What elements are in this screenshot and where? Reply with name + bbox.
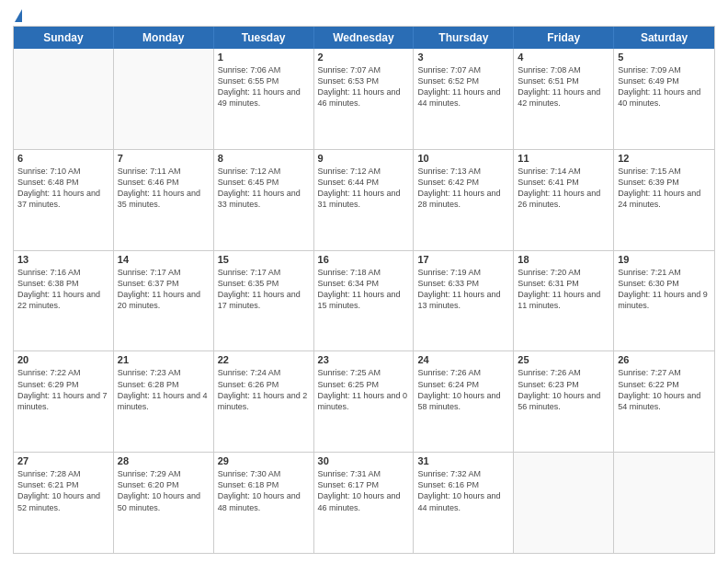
calendar-row: 27Sunrise: 7:28 AMSunset: 6:21 PMDayligh…: [14, 452, 714, 553]
day-number: 18: [518, 254, 609, 265]
day-number: 16: [318, 254, 410, 265]
calendar-cell: 21Sunrise: 7:23 AMSunset: 6:28 PMDayligh…: [114, 351, 214, 452]
cell-info: Sunrise: 7:26 AMSunset: 6:23 PMDaylight:…: [518, 367, 609, 412]
calendar: SundayMondayTuesdayWednesdayThursdayFrid…: [13, 26, 715, 554]
cell-info: Sunrise: 7:29 AMSunset: 6:20 PMDaylight:…: [118, 468, 210, 513]
calendar-row: 6Sunrise: 7:10 AMSunset: 6:48 PMDaylight…: [14, 149, 714, 250]
calendar-header-cell: Tuesday: [214, 27, 314, 49]
calendar-cell: 27Sunrise: 7:28 AMSunset: 6:21 PMDayligh…: [14, 453, 114, 553]
header: [13, 9, 715, 22]
calendar-header-cell: Thursday: [414, 27, 514, 49]
day-number: 30: [318, 455, 410, 466]
day-number: 9: [318, 153, 410, 164]
calendar-cell: [14, 49, 114, 149]
day-number: 22: [218, 354, 310, 365]
day-number: 31: [417, 455, 509, 466]
day-number: 15: [218, 254, 310, 265]
calendar-cell: 12Sunrise: 7:15 AMSunset: 6:39 PMDayligh…: [614, 150, 714, 250]
day-number: 26: [618, 354, 711, 365]
day-number: 14: [118, 254, 210, 265]
cell-info: Sunrise: 7:14 AMSunset: 6:41 PMDaylight:…: [518, 166, 609, 211]
calendar-cell: 30Sunrise: 7:31 AMSunset: 6:17 PMDayligh…: [314, 453, 415, 553]
day-number: 6: [17, 153, 109, 164]
calendar-cell: 6Sunrise: 7:10 AMSunset: 6:48 PMDaylight…: [14, 150, 114, 250]
calendar-cell: [514, 453, 614, 553]
calendar-cell: 15Sunrise: 7:17 AMSunset: 6:35 PMDayligh…: [214, 251, 314, 351]
calendar-header-cell: Saturday: [614, 27, 714, 49]
calendar-row: 13Sunrise: 7:16 AMSunset: 6:38 PMDayligh…: [14, 250, 714, 351]
calendar-cell: 22Sunrise: 7:24 AMSunset: 6:26 PMDayligh…: [214, 351, 314, 452]
calendar-cell: 1Sunrise: 7:06 AMSunset: 6:55 PMDaylight…: [214, 49, 314, 149]
day-number: 4: [518, 52, 609, 63]
day-number: 3: [417, 52, 509, 63]
cell-info: Sunrise: 7:12 AMSunset: 6:44 PMDaylight:…: [318, 166, 410, 211]
day-number: 28: [118, 455, 210, 466]
cell-info: Sunrise: 7:08 AMSunset: 6:51 PMDaylight:…: [518, 64, 609, 109]
cell-info: Sunrise: 7:06 AMSunset: 6:55 PMDaylight:…: [218, 64, 310, 109]
calendar-cell: 14Sunrise: 7:17 AMSunset: 6:37 PMDayligh…: [114, 251, 214, 351]
cell-info: Sunrise: 7:31 AMSunset: 6:17 PMDaylight:…: [318, 468, 410, 513]
calendar-cell: 29Sunrise: 7:30 AMSunset: 6:18 PMDayligh…: [214, 453, 314, 553]
cell-info: Sunrise: 7:17 AMSunset: 6:37 PMDaylight:…: [118, 267, 210, 312]
calendar-cell: 20Sunrise: 7:22 AMSunset: 6:29 PMDayligh…: [14, 351, 114, 452]
day-number: 27: [17, 455, 109, 466]
day-number: 17: [417, 254, 509, 265]
cell-info: Sunrise: 7:19 AMSunset: 6:33 PMDaylight:…: [417, 267, 509, 312]
cell-info: Sunrise: 7:20 AMSunset: 6:31 PMDaylight:…: [518, 267, 609, 312]
calendar-cell: 16Sunrise: 7:18 AMSunset: 6:34 PMDayligh…: [314, 251, 415, 351]
calendar-row: 20Sunrise: 7:22 AMSunset: 6:29 PMDayligh…: [14, 350, 714, 452]
calendar-cell: 3Sunrise: 7:07 AMSunset: 6:52 PMDaylight…: [414, 49, 514, 149]
cell-info: Sunrise: 7:23 AMSunset: 6:28 PMDaylight:…: [118, 367, 210, 412]
cell-info: Sunrise: 7:07 AMSunset: 6:53 PMDaylight:…: [318, 64, 410, 109]
cell-info: Sunrise: 7:21 AMSunset: 6:30 PMDaylight:…: [618, 267, 711, 312]
calendar-cell: 25Sunrise: 7:26 AMSunset: 6:23 PMDayligh…: [514, 351, 614, 452]
calendar-header-cell: Monday: [114, 27, 214, 49]
cell-info: Sunrise: 7:07 AMSunset: 6:52 PMDaylight:…: [417, 64, 509, 109]
calendar-cell: 8Sunrise: 7:12 AMSunset: 6:45 PMDaylight…: [214, 150, 314, 250]
cell-info: Sunrise: 7:28 AMSunset: 6:21 PMDaylight:…: [17, 468, 109, 513]
cell-info: Sunrise: 7:24 AMSunset: 6:26 PMDaylight:…: [218, 367, 310, 412]
calendar-cell: 2Sunrise: 7:07 AMSunset: 6:53 PMDaylight…: [314, 49, 415, 149]
day-number: 19: [618, 254, 711, 265]
calendar-header-cell: Sunday: [14, 27, 114, 49]
day-number: 20: [17, 354, 109, 365]
page: SundayMondayTuesdayWednesdayThursdayFrid…: [0, 0, 728, 563]
day-number: 21: [118, 354, 210, 365]
cell-info: Sunrise: 7:25 AMSunset: 6:25 PMDaylight:…: [318, 367, 410, 412]
cell-info: Sunrise: 7:15 AMSunset: 6:39 PMDaylight:…: [618, 166, 711, 211]
calendar-cell: 19Sunrise: 7:21 AMSunset: 6:30 PMDayligh…: [614, 251, 714, 351]
calendar-cell: 28Sunrise: 7:29 AMSunset: 6:20 PMDayligh…: [114, 453, 214, 553]
day-number: 5: [618, 52, 711, 63]
calendar-cell: 7Sunrise: 7:11 AMSunset: 6:46 PMDaylight…: [114, 150, 214, 250]
calendar-header-cell: Friday: [514, 27, 614, 49]
cell-info: Sunrise: 7:26 AMSunset: 6:24 PMDaylight:…: [417, 367, 509, 412]
day-number: 8: [218, 153, 310, 164]
cell-info: Sunrise: 7:32 AMSunset: 6:16 PMDaylight:…: [417, 468, 509, 513]
cell-info: Sunrise: 7:16 AMSunset: 6:38 PMDaylight:…: [17, 267, 109, 312]
day-number: 1: [218, 52, 310, 63]
calendar-header-cell: Wednesday: [314, 27, 415, 49]
day-number: 24: [417, 354, 509, 365]
day-number: 11: [518, 153, 609, 164]
cell-info: Sunrise: 7:09 AMSunset: 6:49 PMDaylight:…: [618, 64, 711, 109]
logo: [13, 9, 22, 22]
cell-info: Sunrise: 7:12 AMSunset: 6:45 PMDaylight:…: [218, 166, 310, 211]
day-number: 12: [618, 153, 711, 164]
calendar-cell: 10Sunrise: 7:13 AMSunset: 6:42 PMDayligh…: [414, 150, 514, 250]
cell-info: Sunrise: 7:13 AMSunset: 6:42 PMDaylight:…: [417, 166, 509, 211]
calendar-header: SundayMondayTuesdayWednesdayThursdayFrid…: [14, 27, 714, 49]
day-number: 25: [518, 354, 609, 365]
cell-info: Sunrise: 7:10 AMSunset: 6:48 PMDaylight:…: [17, 166, 109, 211]
cell-info: Sunrise: 7:18 AMSunset: 6:34 PMDaylight:…: [318, 267, 410, 312]
calendar-cell: [614, 453, 714, 553]
day-number: 7: [118, 153, 210, 164]
cell-info: Sunrise: 7:22 AMSunset: 6:29 PMDaylight:…: [17, 367, 109, 412]
cell-info: Sunrise: 7:11 AMSunset: 6:46 PMDaylight:…: [118, 166, 210, 211]
calendar-row: 1Sunrise: 7:06 AMSunset: 6:55 PMDaylight…: [14, 49, 714, 149]
calendar-cell: 31Sunrise: 7:32 AMSunset: 6:16 PMDayligh…: [414, 453, 514, 553]
calendar-cell: 11Sunrise: 7:14 AMSunset: 6:41 PMDayligh…: [514, 150, 614, 250]
calendar-cell: 5Sunrise: 7:09 AMSunset: 6:49 PMDaylight…: [614, 49, 714, 149]
day-number: 10: [417, 153, 509, 164]
calendar-cell: 13Sunrise: 7:16 AMSunset: 6:38 PMDayligh…: [14, 251, 114, 351]
calendar-cell: 26Sunrise: 7:27 AMSunset: 6:22 PMDayligh…: [614, 351, 714, 452]
